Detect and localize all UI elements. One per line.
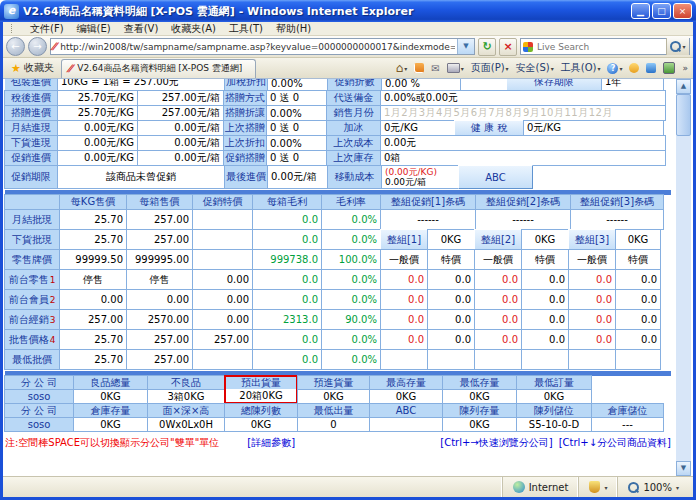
field-label: 整組促銷[3]条碼 bbox=[570, 194, 664, 210]
tab-bar: ★ 收藏夹 ⁄⁄ V2.64商品名稱資料明細 [X-POS 雲通網] ⌂▾ ✉ … bbox=[3, 58, 693, 79]
table-row: 零售牌價99999.50999995.00999738.0100.0%一般價特價… bbox=[5, 249, 693, 270]
zone-label: Internet bbox=[529, 482, 569, 493]
field-value bbox=[192, 349, 253, 370]
field-label: 批售價格4 bbox=[4, 329, 60, 350]
search-go-button[interactable]: ▾ bbox=[666, 38, 689, 55]
field-value: 0箱 bbox=[380, 150, 666, 166]
field-value: 0 送 0 bbox=[266, 150, 327, 166]
pricing-table: 每KG售價每箱售價促銷特價每箱毛利毛利率整組促銷[1]条碼整組促銷[2]条碼整組… bbox=[5, 194, 693, 370]
favorites-button[interactable]: ★ 收藏夹 bbox=[6, 60, 59, 77]
field-value: 0.0 bbox=[252, 349, 322, 370]
field-value: 0.00%或0.00元 bbox=[380, 90, 666, 106]
vertical-scrollbar[interactable]: ▲ ▼ bbox=[676, 79, 691, 476]
field-value: 該商品未曾促銷 bbox=[57, 165, 225, 189]
zoom-magnifier-icon bbox=[628, 482, 639, 493]
refresh-button[interactable]: ↻ bbox=[478, 38, 496, 56]
scrollbar-thumb[interactable] bbox=[676, 94, 691, 136]
picture-icon[interactable] bbox=[663, 62, 675, 74]
table-row: soso0KG0Wx0Lx0H0KG00KGS5-10-0-D--- bbox=[5, 417, 693, 432]
group-promo-2-button[interactable]: 整組[2] bbox=[474, 229, 522, 250]
space-toggle-note: 注:空間棒SPACE可以切換顯示分公司"雙單"單位 bbox=[5, 436, 219, 450]
search-input[interactable] bbox=[535, 41, 666, 53]
field-value: S5-10-0-D bbox=[516, 417, 592, 432]
address-input[interactable] bbox=[58, 41, 457, 53]
search-dropdown-icon: ▾ bbox=[682, 43, 685, 50]
field-value: 停售 bbox=[126, 269, 193, 290]
share-icon[interactable] bbox=[646, 63, 656, 73]
field-value: 0.0 bbox=[568, 289, 616, 310]
page-menu[interactable]: 页面(P)▾ bbox=[471, 61, 509, 75]
protected-mode-segment[interactable]: ▾ bbox=[578, 477, 617, 497]
ie-logo-icon: e bbox=[4, 4, 19, 19]
browser-window: e V2.64商品名稱資料明細 [X-POS 雲通網] - Windows In… bbox=[0, 0, 696, 500]
minimize-button[interactable]: ▁ bbox=[631, 3, 650, 19]
field-label: 最低批價 bbox=[4, 349, 60, 370]
field-value bbox=[474, 349, 522, 370]
field-value: 0.0 bbox=[568, 309, 616, 330]
field-value: 0.0 bbox=[615, 289, 661, 310]
field-value bbox=[568, 349, 616, 370]
health-tax-button[interactable]: 健 康 稅 bbox=[454, 120, 524, 136]
field-label: 整組促銷[2]条碼 bbox=[475, 194, 571, 210]
field-label: 分 公 司 bbox=[4, 375, 74, 390]
group-promo-1-button[interactable]: 整組[1] bbox=[380, 229, 428, 250]
field-label: 促銷搭贈 bbox=[223, 150, 267, 166]
zoom-level: 100% bbox=[643, 482, 672, 493]
field-label: 陳列存量 bbox=[442, 403, 517, 418]
shortcut-browse-branch: [Ctrl+→快速浏覽分公司] bbox=[440, 436, 552, 450]
field-value: 0.0 bbox=[427, 329, 475, 350]
menu-file[interactable]: 文件(F) bbox=[30, 22, 64, 36]
menu-favorites[interactable]: 收藏夹(A) bbox=[171, 22, 216, 36]
forward-button[interactable]: → bbox=[28, 37, 47, 56]
detail-params-link[interactable]: [詳細參數] bbox=[247, 436, 295, 450]
scroll-down-arrow[interactable]: ▼ bbox=[676, 461, 691, 476]
tab-active[interactable]: ⁄⁄ V2.64商品名稱資料明細 [X-POS 雲通網] bbox=[61, 59, 256, 78]
field-value: 特價 bbox=[615, 249, 661, 270]
group-promo-3-button[interactable]: 整組[3] bbox=[568, 229, 616, 250]
home-button[interactable]: ⌂▾ bbox=[396, 61, 408, 75]
field-value: 0.00元/KG bbox=[57, 150, 138, 166]
stop-button[interactable]: × bbox=[499, 38, 517, 56]
close-button[interactable]: × bbox=[673, 3, 692, 19]
field-value: 0KG bbox=[73, 389, 148, 404]
command-bar: ⌂▾ ✉ ▾ 页面(P)▾ 安全(S)▾ 工具(O)▾ ?▾ » bbox=[396, 61, 690, 75]
title-bar: e V2.64商品名稱資料明細 [X-POS 雲通網] - Windows In… bbox=[0, 0, 696, 22]
tools-menu[interactable]: 工具(O)▾ bbox=[561, 61, 601, 75]
menu-help[interactable]: 帮助(H) bbox=[276, 22, 311, 36]
field-value: 1月2月3月4月5月6月7月8月9月10月11月12月 bbox=[380, 105, 666, 121]
feeds-icon[interactable] bbox=[414, 63, 424, 73]
field-value: 25.70 bbox=[59, 209, 127, 230]
scroll-up-arrow[interactable]: ▲ bbox=[676, 79, 691, 94]
field-value: 0.0 bbox=[427, 309, 475, 330]
menu-tools[interactable]: 工具(T) bbox=[229, 22, 263, 36]
menu-view[interactable]: 查看(V) bbox=[124, 22, 159, 36]
safety-menu[interactable]: 安全(S)▾ bbox=[516, 61, 554, 75]
print-button[interactable]: ▾ bbox=[447, 63, 464, 73]
field-label: 促銷進價 bbox=[4, 150, 58, 166]
field-value: 0.00 bbox=[126, 289, 193, 310]
field-label: 前台經銷3 bbox=[4, 309, 60, 330]
maximize-button[interactable]: □ bbox=[652, 3, 671, 19]
field-value: 0.0 bbox=[615, 329, 661, 350]
table-row: 分 公 司良品總量不良品預出貨量預進貨量最高存量最低存量最低訂量 bbox=[5, 375, 693, 390]
print-icon bbox=[447, 63, 460, 73]
menu-edit[interactable]: 编辑(E) bbox=[77, 22, 111, 36]
field-label: 最低出量 bbox=[297, 403, 370, 418]
field-value: ------ bbox=[475, 209, 571, 230]
field-label: 搭贈方式 bbox=[223, 90, 267, 106]
pre-out-quantity-header: 預出貨量 bbox=[224, 375, 298, 390]
zoom-segment[interactable]: 100% ▾ bbox=[617, 477, 689, 497]
address-dropdown-icon[interactable]: ▼ bbox=[457, 39, 474, 54]
field-value: 100.0% bbox=[321, 249, 381, 270]
messenger-icon[interactable] bbox=[629, 63, 639, 73]
read-mail-icon[interactable]: ✉ bbox=[431, 63, 439, 74]
field-value: 一般價 bbox=[474, 249, 522, 270]
field-value: 0.0 bbox=[474, 309, 522, 330]
back-button[interactable]: ← bbox=[6, 37, 25, 56]
help-button[interactable]: ?▾ bbox=[607, 63, 622, 74]
abc-button[interactable]: ABC bbox=[458, 165, 533, 189]
field-label: 最後進價 bbox=[224, 165, 268, 189]
toolbar-overflow-chevron[interactable]: » bbox=[682, 63, 688, 73]
field-value: 0.00元/箱 bbox=[137, 135, 224, 151]
field-value bbox=[369, 417, 443, 432]
